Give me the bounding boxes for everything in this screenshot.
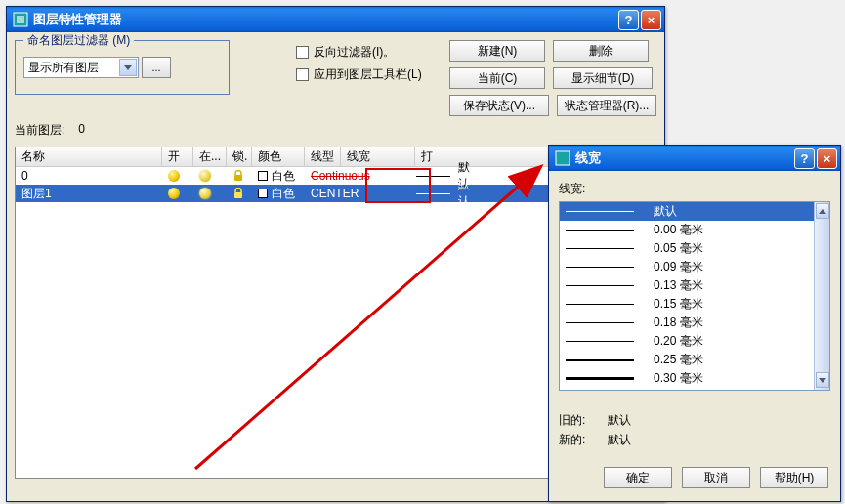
dialog-title: 线宽 <box>575 149 794 167</box>
cell-lineweight[interactable]: 默认 <box>410 185 485 202</box>
filter-browse-button[interactable]: ... <box>142 57 171 78</box>
lineweight-label: 线宽: <box>559 181 830 197</box>
checkbox-box <box>296 68 309 81</box>
show-details-button[interactable]: 显示细节(D) <box>553 67 653 89</box>
lineweight-item-label: 0.05 毫米 <box>644 240 824 257</box>
bulb-icon <box>168 188 180 199</box>
cell-lock[interactable] <box>227 185 252 202</box>
cell-on[interactable] <box>162 185 193 202</box>
cell-linetype[interactable]: CENTER <box>305 185 410 202</box>
lineweight-dialog: 线宽 ? × 线宽: 默认0.00 毫米0.05 毫米0.09 毫米0.13 毫… <box>548 145 841 502</box>
lineweight-sample <box>566 230 644 231</box>
scroll-up-button[interactable] <box>816 203 829 219</box>
col-color[interactable]: 颜色 <box>252 147 305 166</box>
col-lineweight[interactable]: 线宽 <box>341 147 415 166</box>
sun-icon <box>199 170 211 182</box>
cell-color[interactable]: 白色 <box>252 167 305 185</box>
lock-icon <box>232 170 244 182</box>
help-button[interactable]: ? <box>794 148 815 169</box>
lineweight-item[interactable]: 0.00 毫米 <box>560 221 829 239</box>
save-state-button[interactable]: 保存状态(V)... <box>449 95 549 116</box>
current-layer-value: 0 <box>78 122 85 139</box>
lineweight-item-label: 0.20 毫米 <box>644 333 824 350</box>
checkbox-box <box>296 46 309 59</box>
current-button[interactable]: 当前(C) <box>449 67 545 89</box>
lineweight-sample <box>566 322 644 323</box>
bulb-icon <box>168 170 180 182</box>
lineweight-list[interactable]: 默认0.00 毫米0.05 毫米0.09 毫米0.13 毫米0.15 毫米0.1… <box>559 201 830 391</box>
col-name[interactable]: 名称 <box>16 147 162 166</box>
layer-filter-combo[interactable]: 显示所有图层 <box>23 57 139 78</box>
lineweight-item-label: 0.13 毫米 <box>644 277 824 294</box>
checkbox-label: 反向过滤器(I)。 <box>314 44 395 61</box>
cell-freeze[interactable] <box>193 185 227 202</box>
lineweight-sample <box>566 211 644 212</box>
help-button[interactable]: ? <box>618 10 639 30</box>
lineweight-item[interactable]: 0.20 毫米 <box>560 332 829 351</box>
svg-rect-1 <box>17 16 24 23</box>
chevron-down-icon <box>819 378 826 383</box>
lineweight-item[interactable]: 0.13 毫米 <box>560 276 829 295</box>
combo-text: 显示所有图层 <box>28 60 99 76</box>
apply-toolbar-checkbox[interactable]: 应用到图层工具栏(L) <box>296 66 422 83</box>
col-lock[interactable]: 锁. <box>227 147 252 166</box>
lineweight-item-label: 0.15 毫米 <box>644 296 824 313</box>
cell-freeze[interactable] <box>193 167 227 185</box>
scroll-down-button[interactable] <box>816 372 829 388</box>
lineweight-sample <box>566 248 644 249</box>
named-filter-fieldset: 命名图层过滤器 (M) 显示所有图层 ... <box>15 40 230 95</box>
lineweight-item-label: 0.09 毫米 <box>644 259 824 275</box>
lineweight-item[interactable]: 默认 <box>560 202 829 221</box>
close-button[interactable]: × <box>817 148 837 169</box>
cell-on[interactable] <box>162 167 193 185</box>
new-button[interactable]: 新建(N) <box>449 40 545 62</box>
current-layer-label: 当前图层: 0 <box>15 122 656 139</box>
lock-icon <box>232 188 244 199</box>
filter-legend: 命名图层过滤器 (M) <box>23 32 134 49</box>
lineweight-item[interactable]: 0.25 毫米 <box>560 351 829 369</box>
lineweight-item[interactable]: 0.05 毫米 <box>560 239 829 258</box>
state-manager-button[interactable]: 状态管理器(R)... <box>557 95 656 116</box>
scrollbar[interactable] <box>814 202 829 390</box>
lineweight-item-label: 默认 <box>644 203 824 220</box>
delete-button[interactable]: 删除 <box>553 40 649 62</box>
invert-filter-checkbox[interactable]: 反向过滤器(I)。 <box>296 44 422 61</box>
cell-lock[interactable] <box>227 167 252 185</box>
lineweight-item-label: 0.25 毫米 <box>644 352 824 368</box>
lineweight-item-label: 0.30 毫米 <box>644 370 824 387</box>
app-icon <box>13 12 28 27</box>
app-icon <box>555 150 570 166</box>
cell-name: 0 <box>16 167 162 185</box>
color-swatch <box>258 171 268 181</box>
cancel-button[interactable]: 取消 <box>682 467 750 488</box>
lineweight-item[interactable]: 0.15 毫米 <box>560 295 829 314</box>
chevron-up-icon <box>819 209 826 214</box>
lineweight-item[interactable]: 0.09 毫米 <box>560 258 829 276</box>
color-swatch <box>258 189 268 198</box>
col-on[interactable]: 开 <box>162 147 193 166</box>
svg-rect-3 <box>234 192 242 198</box>
cell-color[interactable]: 白色 <box>252 185 305 202</box>
new-value: 默认 <box>608 433 631 446</box>
close-button[interactable]: × <box>641 10 661 30</box>
cell-name: 图层1 <box>16 185 162 202</box>
old-value: 默认 <box>608 413 631 427</box>
ok-button[interactable]: 确定 <box>604 467 672 488</box>
svg-rect-2 <box>234 175 242 181</box>
lineweight-sample <box>566 359 644 361</box>
chevron-down-icon[interactable] <box>119 59 137 76</box>
lineweight-item[interactable]: 0.30 毫米 <box>560 369 829 388</box>
checkbox-label: 应用到图层工具栏(L) <box>314 66 422 83</box>
titlebar[interactable]: 图层特性管理器 ? × <box>7 7 664 32</box>
lineweight-sample <box>566 304 644 305</box>
old-new-values: 旧的:默认 新的:默认 <box>559 410 830 449</box>
lineweight-item-label: 0.00 毫米 <box>644 222 824 238</box>
sun-icon <box>199 188 211 199</box>
lineweight-sample <box>566 285 644 286</box>
col-linetype[interactable]: 线型 <box>305 147 341 166</box>
lineweight-item[interactable]: 0.18 毫米 <box>560 314 829 332</box>
cell-linetype[interactable]: Continuous <box>305 167 410 185</box>
col-freeze[interactable]: 在... <box>193 147 227 166</box>
titlebar[interactable]: 线宽 ? × <box>549 146 840 171</box>
help-button[interactable]: 帮助(H) <box>760 467 828 488</box>
